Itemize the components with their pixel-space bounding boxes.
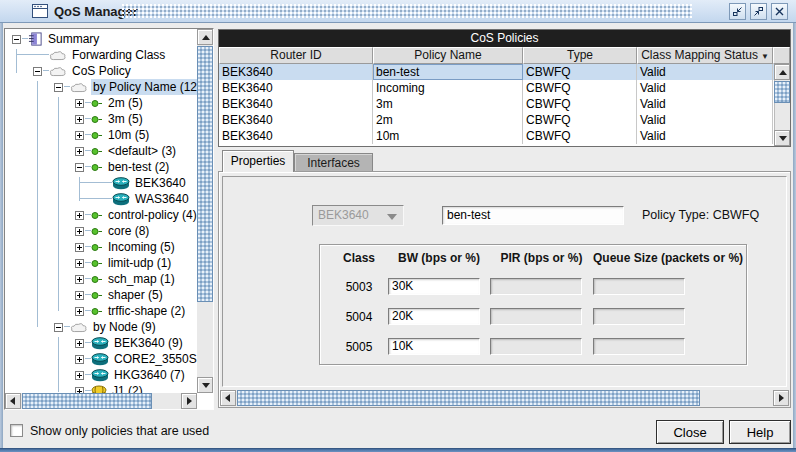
scrollbar-thumb[interactable] xyxy=(22,393,152,409)
scrollbar-thumb[interactable] xyxy=(774,81,790,103)
collapse-icon[interactable] xyxy=(74,163,85,172)
tree-item[interactable]: by Policy Name (12 xyxy=(5,79,197,95)
expand-icon[interactable] xyxy=(74,275,85,284)
queue-input[interactable] xyxy=(593,338,685,355)
column-header[interactable]: Policy Name xyxy=(373,47,523,64)
tree-item[interactable]: WAS3640 xyxy=(5,191,197,207)
tree-item-label: trffic-shape (2) xyxy=(106,303,187,319)
tree-item[interactable]: 2m (5) xyxy=(5,95,197,111)
titlebar[interactable]: QoS Manager xyxy=(0,0,796,23)
show-used-checkbox-label: Show only policies that are used xyxy=(30,424,209,438)
table-cell: BEK3640 xyxy=(219,96,373,112)
tree-item[interactable]: sch_map (1) xyxy=(5,271,197,287)
tab-interfaces[interactable]: Interfaces xyxy=(294,153,373,172)
expand-icon[interactable] xyxy=(74,147,85,156)
queue-input[interactable] xyxy=(593,278,685,295)
collapse-icon[interactable] xyxy=(11,35,22,44)
policy-row[interactable]: BEK3640IncomingCBWFQValid xyxy=(219,80,774,96)
tree-item-label: sch_map (1) xyxy=(106,271,177,287)
scroll-up-icon[interactable] xyxy=(197,29,213,45)
expand-icon[interactable] xyxy=(74,371,85,380)
policy-row[interactable]: BEK36402mCBWFQValid xyxy=(219,112,774,128)
table-vertical-scrollbar[interactable] xyxy=(774,64,790,146)
help-button[interactable]: Help xyxy=(729,420,791,444)
scroll-left-icon[interactable] xyxy=(5,393,21,409)
router-select[interactable]: BEK3640 xyxy=(312,205,404,226)
tree-item[interactable]: 10m (5) xyxy=(5,127,197,143)
policy-row[interactable]: BEK3640ben-testCBWFQValid xyxy=(219,64,774,80)
expand-icon[interactable] xyxy=(74,211,85,220)
tree-item[interactable]: core (8) xyxy=(5,223,197,239)
tree-item-label: 2m (5) xyxy=(106,95,145,111)
collapse-icon[interactable] xyxy=(32,67,43,76)
tree-item[interactable]: Summary xyxy=(5,31,197,47)
tree-item[interactable]: Incoming (5) xyxy=(5,239,197,255)
maximize-icon[interactable] xyxy=(750,3,767,20)
tree-vertical-scrollbar[interactable] xyxy=(197,29,213,393)
expand-icon[interactable] xyxy=(74,131,85,140)
queue-input[interactable] xyxy=(593,308,685,325)
expand-icon[interactable] xyxy=(74,307,85,316)
filter-dropdown-icon[interactable]: ▼ xyxy=(761,52,769,61)
expand-icon[interactable] xyxy=(74,115,85,124)
cloud-icon xyxy=(49,50,67,61)
tree-horizontal-scrollbar[interactable] xyxy=(5,393,197,409)
collapse-icon[interactable] xyxy=(53,323,64,332)
scroll-down-icon[interactable] xyxy=(197,377,213,393)
properties-horizontal-scrollbar[interactable] xyxy=(220,390,789,406)
tree-item[interactable]: J1 (2) xyxy=(5,383,197,393)
class-id-label: 5005 xyxy=(330,340,388,354)
pir-input[interactable] xyxy=(490,308,582,325)
scroll-right-icon[interactable] xyxy=(773,390,789,406)
tree-item[interactable]: BEK3640 (9) xyxy=(5,335,197,351)
scroll-down-icon[interactable] xyxy=(774,130,790,146)
tree-item[interactable]: 3m (5) xyxy=(5,111,197,127)
tab-properties[interactable]: Properties xyxy=(222,150,294,172)
bw-input[interactable]: 10K xyxy=(388,338,480,355)
column-header[interactable]: Class Mapping Status▼ xyxy=(637,47,773,64)
tree-item[interactable]: CoS Policy xyxy=(5,63,197,79)
tree-connector-line xyxy=(79,177,80,201)
tree-item[interactable]: <default> (3) xyxy=(5,143,197,159)
pir-input[interactable] xyxy=(490,278,582,295)
expand-icon[interactable] xyxy=(74,259,85,268)
router-icon xyxy=(112,193,130,206)
tree-item[interactable]: by Node (9) xyxy=(5,319,197,335)
scroll-right-icon[interactable] xyxy=(181,393,197,409)
close-button[interactable]: Close xyxy=(656,420,724,444)
collapse-icon[interactable] xyxy=(53,83,64,92)
policy-name-input[interactable]: ben-test xyxy=(442,206,624,225)
green-dot-icon xyxy=(91,99,103,108)
column-header[interactable]: Router ID xyxy=(219,47,373,64)
scrollbar-thumb[interactable] xyxy=(237,390,700,406)
tree-item[interactable]: CORE2_3550S xyxy=(5,351,197,367)
expand-icon[interactable] xyxy=(74,227,85,236)
policy-row[interactable]: BEK364010mCBWFQValid xyxy=(219,128,774,144)
policy-row[interactable]: BEK36403mCBWFQValid xyxy=(219,96,774,112)
column-header[interactable]: Type xyxy=(523,47,637,64)
tree-item[interactable]: Forwarding Class xyxy=(5,47,197,63)
tree-item[interactable]: ben-test (2) xyxy=(5,159,197,175)
tree-item[interactable]: BEK3640 xyxy=(5,175,197,191)
tree-item[interactable]: HKG3640 (7) xyxy=(5,367,197,383)
expand-icon[interactable] xyxy=(74,339,85,348)
tree-item[interactable]: shaper (5) xyxy=(5,287,197,303)
minimize-icon[interactable] xyxy=(729,3,746,20)
bw-input[interactable]: 20K xyxy=(388,308,480,325)
tree-item[interactable]: trffic-shape (2) xyxy=(5,303,197,319)
qos-manager-window: QoS Manager SummaryForwarding ClassCoS P… xyxy=(0,0,796,452)
bw-input[interactable]: 30K xyxy=(388,278,480,295)
expand-icon[interactable] xyxy=(74,355,85,364)
scroll-up-icon[interactable] xyxy=(774,64,790,80)
scroll-left-icon[interactable] xyxy=(220,390,236,406)
expand-icon[interactable] xyxy=(74,243,85,252)
show-used-checkbox[interactable] xyxy=(10,424,23,437)
scrollbar-thumb[interactable] xyxy=(197,46,213,302)
expand-icon[interactable] xyxy=(74,99,85,108)
tree-item[interactable]: control-policy (4) xyxy=(5,207,197,223)
close-window-icon[interactable] xyxy=(771,3,788,20)
class-id-label: 5003 xyxy=(330,280,388,294)
tree-item[interactable]: limit-udp (1) xyxy=(5,255,197,271)
pir-input[interactable] xyxy=(490,338,582,355)
expand-icon[interactable] xyxy=(74,291,85,300)
